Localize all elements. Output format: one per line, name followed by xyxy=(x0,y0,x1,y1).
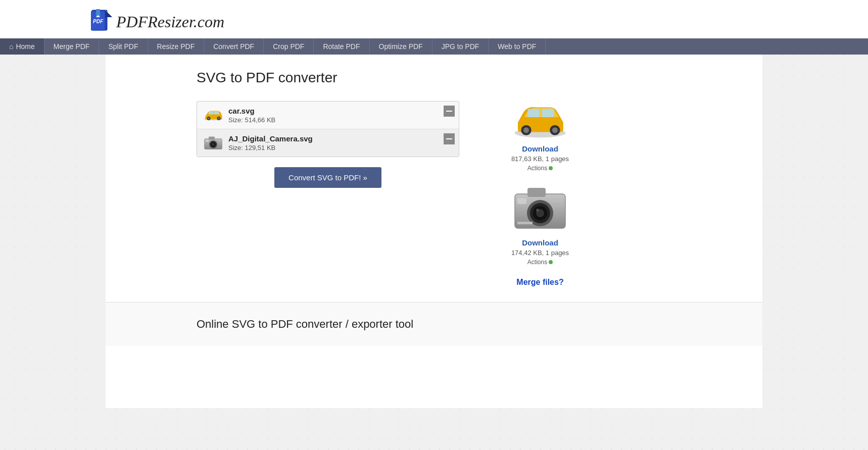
file-list: car.svg Size: 514,66 KB xyxy=(197,101,459,157)
nav-optimize-pdf[interactable]: Optimize PDF xyxy=(370,38,432,55)
svg-rect-43 xyxy=(554,198,563,202)
file-size-car: Size: 514,66 KB xyxy=(228,116,453,124)
file-item-car: car.svg Size: 514,66 KB xyxy=(197,102,459,129)
nav-jpg-pdf-label: JPG to PDF xyxy=(442,42,479,51)
left-panel: SVG to PDF converter xyxy=(197,70,459,287)
nav-merge-pdf[interactable]: Merge PDF xyxy=(44,38,100,55)
svg-rect-29 xyxy=(542,109,554,118)
camera-thumbnail xyxy=(203,134,223,151)
main-wrapper: SVG to PDF converter xyxy=(106,55,762,408)
camera-result-meta: 174,42 KB, 1 pages xyxy=(511,249,569,257)
bottom-section: Online SVG to PDF converter / exporter t… xyxy=(106,302,762,346)
car-icon xyxy=(203,107,223,123)
nav-split-pdf[interactable]: Split PDF xyxy=(99,38,148,55)
file-size-camera: Size: 129,51 KB xyxy=(228,144,453,152)
svg-rect-24 xyxy=(218,140,221,141)
home-icon: ⌂ xyxy=(9,42,13,51)
nav-web-pdf-label: Web to PDF xyxy=(498,42,536,51)
remove-camera-button[interactable] xyxy=(444,133,455,144)
remove-car-button[interactable] xyxy=(444,106,455,117)
svg-rect-36 xyxy=(527,188,546,197)
svg-rect-13 xyxy=(446,108,453,115)
download-camera-link[interactable]: Download xyxy=(522,238,558,247)
car-result-meta: 817,63 KB, 1 pages xyxy=(511,155,569,163)
file-info-car: car.svg Size: 514,66 KB xyxy=(228,107,453,124)
car-result-preview xyxy=(512,95,568,140)
download-car-link[interactable]: Download xyxy=(522,144,558,153)
nav-split-pdf-label: Split PDF xyxy=(108,42,138,51)
page-title: SVG to PDF converter xyxy=(197,70,459,86)
svg-rect-25 xyxy=(446,135,453,142)
merge-files-link[interactable]: Merge files? xyxy=(516,278,563,287)
file-name-car: car.svg xyxy=(228,107,453,115)
content-area: SVG to PDF converter xyxy=(106,55,762,302)
green-dot-icon xyxy=(549,166,553,170)
actions-camera-link[interactable]: Actions xyxy=(527,259,553,266)
nav-crop-pdf[interactable]: Crop PDF xyxy=(264,38,314,55)
svg-point-10 xyxy=(208,118,210,120)
svg-point-12 xyxy=(218,118,220,120)
camera-icon xyxy=(203,134,223,151)
green-dot-icon-2 xyxy=(549,260,553,264)
svg-point-33 xyxy=(552,127,558,133)
svg-rect-28 xyxy=(527,109,540,118)
nav-resize-pdf[interactable]: Resize PDF xyxy=(148,38,205,55)
remove-icon xyxy=(446,108,453,115)
camera-preview-container xyxy=(512,184,568,234)
nav-web-to-pdf[interactable]: Web to PDF xyxy=(489,38,546,55)
nav-resize-pdf-label: Resize PDF xyxy=(157,42,195,51)
header: PDF PDFResizer.com xyxy=(0,0,868,38)
svg-rect-7 xyxy=(209,112,213,115)
nav-optimize-pdf-label: Optimize PDF xyxy=(379,42,423,51)
nav-merge-pdf-label: Merge PDF xyxy=(54,42,90,51)
file-item-camera: AJ_Digital_Camera.svg Size: 129,51 KB xyxy=(197,129,459,157)
actions-camera-label: Actions xyxy=(527,259,547,266)
nav-rotate-pdf-label: Rotate PDF xyxy=(323,42,360,51)
logo-area: PDF PDFResizer.com xyxy=(0,5,868,38)
svg-rect-17 xyxy=(209,137,215,140)
right-panel: Download 817,63 KB, 1 pages Actions xyxy=(490,70,591,287)
nav-jpg-to-pdf[interactable]: JPG to PDF xyxy=(432,38,489,55)
logo-text: PDFResizer.com xyxy=(116,13,224,31)
nav-rotate-pdf[interactable]: Rotate PDF xyxy=(314,38,369,55)
car-thumbnail xyxy=(203,107,223,122)
svg-text:PDF: PDF xyxy=(93,19,104,24)
nav-home[interactable]: ⌂ Home xyxy=(0,38,44,55)
camera-result-preview xyxy=(512,184,568,234)
file-name-camera: AJ_Digital_Camera.svg xyxy=(228,134,453,143)
actions-car-label: Actions xyxy=(527,165,547,172)
nav-crop-pdf-label: Crop PDF xyxy=(273,42,304,51)
logo[interactable]: PDF PDFResizer.com xyxy=(91,9,868,34)
svg-point-22 xyxy=(212,143,213,144)
convert-button-label: Convert SVG to PDF! » xyxy=(288,173,367,182)
svg-rect-23 xyxy=(206,140,209,142)
svg-rect-44 xyxy=(517,222,533,224)
svg-point-41 xyxy=(536,209,539,212)
nav-convert-pdf[interactable]: Convert PDF xyxy=(204,38,264,55)
actions-car-link[interactable]: Actions xyxy=(527,165,553,172)
nav-convert-pdf-label: Convert PDF xyxy=(213,42,254,51)
logo-icon: PDF xyxy=(91,9,112,34)
svg-point-31 xyxy=(523,127,529,133)
svg-rect-8 xyxy=(214,112,219,115)
navigation: ⌂ Home Merge PDF Split PDF Resize PDF Co… xyxy=(0,38,868,55)
svg-rect-42 xyxy=(517,198,526,204)
nav-home-label: Home xyxy=(16,42,34,51)
file-info-camera: AJ_Digital_Camera.svg Size: 129,51 KB xyxy=(228,134,453,152)
remove-icon-2 xyxy=(446,135,453,142)
convert-button[interactable]: Convert SVG to PDF! » xyxy=(274,167,381,188)
car-preview-container xyxy=(512,95,568,140)
bottom-heading: Online SVG to PDF converter / exporter t… xyxy=(197,318,747,331)
